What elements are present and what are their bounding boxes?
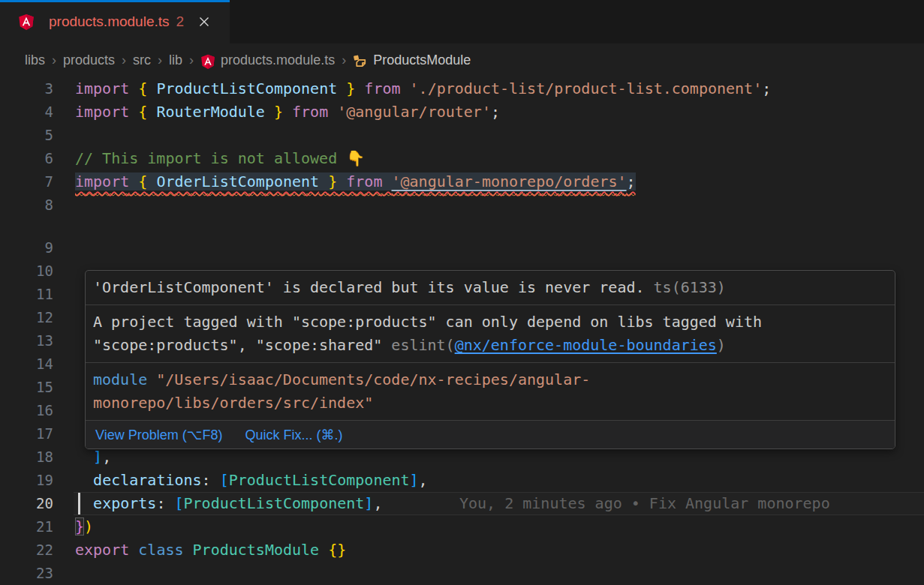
error-hover-popup: 'OrderListComponent' is declared but its… [85, 270, 895, 449]
module-info: module "/Users/isaac/Documents/code/nx-r… [86, 362, 895, 420]
line-number[interactable]: 6 [0, 147, 74, 170]
code-line-6[interactable]: 6// This import is not allowed 👇 [0, 147, 924, 170]
code-token: OrderListComponent [156, 172, 319, 190]
line-number[interactable]: 15 [0, 376, 74, 399]
line-number[interactable]: 3 [0, 77, 74, 100]
eslint-rule-link[interactable]: @nx/enforce-module-boundaries [455, 336, 717, 354]
breadcrumb-item-libs[interactable]: libs [25, 52, 45, 68]
line-number[interactable]: 9 [0, 236, 74, 260]
line-number[interactable]: 19 [0, 469, 74, 492]
code-editor[interactable]: 3import { ProductListComponent } from '.… [0, 76, 924, 585]
view-problem-button[interactable]: View Problem (⌥F8) [95, 427, 222, 443]
diagnostic-source: ts(6133) [645, 278, 726, 296]
code-token: '@angular/router' [337, 103, 491, 121]
line-number[interactable]: 14 [0, 352, 74, 376]
code-token [337, 172, 346, 190]
code-text: import { ProductListComponent } from './… [75, 80, 771, 98]
code-token [283, 103, 292, 121]
breadcrumb-separator: › [52, 52, 56, 68]
code-token [211, 471, 220, 489]
line-number[interactable]: 23 [0, 562, 74, 585]
module-path-line1: "/Users/isaac/Documents/code/nx-recipes/… [147, 370, 590, 388]
tab-filename: products.module.ts [49, 14, 170, 30]
code-line-21[interactable]: 21}) [0, 515, 924, 538]
code-line-5[interactable]: 5 [0, 124, 924, 147]
code-line-23[interactable]: 23 [0, 562, 924, 585]
code-text: // This import is not allowed 👇 [75, 149, 365, 167]
code-token: ; [627, 172, 636, 190]
code-line-3[interactable]: 3import { ProductListComponent } from '.… [0, 77, 924, 100]
code-token: class [138, 541, 183, 559]
breadcrumb-item-products[interactable]: products [63, 52, 115, 68]
line-number[interactable]: 10 [0, 260, 74, 283]
code-token [129, 103, 138, 121]
code-line-9[interactable]: 9 [0, 236, 924, 260]
code-line-22[interactable]: 22export class ProductsModule {} [0, 538, 924, 562]
code-token: {} [328, 541, 346, 559]
code-token [165, 494, 174, 512]
code-token: import [75, 103, 129, 121]
code-token: { [138, 103, 147, 121]
code-text: ], [75, 448, 111, 466]
code-token: ProductListComponent [184, 494, 365, 512]
angular-icon [200, 54, 215, 69]
breadcrumb-item-symbol[interactable]: ProductsModule [373, 52, 471, 68]
tab-close-button[interactable] [194, 12, 214, 32]
code-line-8[interactable]: 8 [0, 194, 924, 217]
code-line-7[interactable]: 7import { OrderListComponent } from '@an… [0, 170, 924, 194]
code-line-20[interactable]: 20 exports: [ProductListComponent],You, … [0, 492, 924, 515]
code-token: ] [410, 471, 419, 489]
line-number[interactable]: 22 [0, 538, 74, 562]
code-token [328, 103, 337, 121]
line-number[interactable]: 12 [0, 306, 74, 329]
line-number[interactable]: 7 [0, 170, 74, 194]
line-number[interactable]: 5 [0, 124, 74, 147]
code-token [337, 80, 346, 98]
eslint-diagnostic-message: A project tagged with "scope:products" c… [86, 304, 895, 362]
code-token [75, 471, 93, 489]
code-line-19[interactable]: 19 declarations: [ProductListComponent], [0, 469, 924, 492]
code-token [401, 80, 410, 98]
breadcrumb-separator: › [189, 52, 194, 68]
class-symbol-icon [353, 54, 368, 69]
line-number[interactable]: 18 [0, 446, 74, 469]
code-token: [ [174, 494, 183, 512]
editor-tab[interactable]: products.module.ts 2 [0, 0, 230, 44]
warning-squiggle-range: import { OrderListComponent } from '@ang… [75, 172, 636, 190]
quick-fix-button[interactable]: Quick Fix... (⌘.) [245, 427, 342, 443]
breadcrumb-separator: › [342, 52, 346, 68]
diagnostic-source-suffix: ) [717, 336, 726, 354]
line-number[interactable]: 16 [0, 399, 74, 422]
code-token: ; [491, 103, 500, 121]
code-token: , [102, 448, 111, 466]
code-token: import [75, 172, 129, 190]
line-number[interactable]: 17 [0, 422, 74, 446]
breadcrumb-item-file[interactable]: products.module.ts [221, 52, 335, 68]
row-spacer [0, 217, 924, 236]
diagnostic-text: 'OrderListComponent' is declared but its… [93, 278, 645, 296]
code-token: } [328, 172, 337, 190]
code-line-4[interactable]: 4import { RouterModule } from '@angular/… [0, 100, 924, 124]
code-text: export class ProductsModule {} [75, 541, 346, 559]
code-token: exports [93, 494, 156, 512]
code-token: RouterModule [156, 103, 265, 121]
code-token: ) [84, 518, 93, 536]
module-path-line2: monorepo/libs/orders/src/index" [93, 394, 373, 412]
line-number[interactable]: 21 [0, 515, 74, 538]
code-token: : [156, 494, 165, 512]
line-number[interactable]: 20 [0, 492, 74, 515]
code-token [129, 541, 138, 559]
line-number[interactable]: 11 [0, 283, 74, 306]
code-token: [ [220, 471, 229, 489]
breadcrumb: libs › products › src › lib › products.m… [0, 44, 924, 76]
code-token: '@angular-monorepo/orders' [392, 172, 627, 190]
line-number[interactable]: 8 [0, 194, 74, 217]
diagnostic-text-line2: "scope:products", "scope:shared" [93, 336, 382, 354]
breadcrumb-item-lib[interactable]: lib [169, 52, 182, 68]
line-number[interactable]: 13 [0, 329, 74, 352]
code-token [319, 172, 328, 190]
code-token: ProductListComponent [229, 471, 410, 489]
breadcrumb-item-src[interactable]: src [133, 52, 151, 68]
code-text: import { RouterModule } from '@angular/r… [75, 103, 500, 121]
line-number[interactable]: 4 [0, 100, 74, 124]
